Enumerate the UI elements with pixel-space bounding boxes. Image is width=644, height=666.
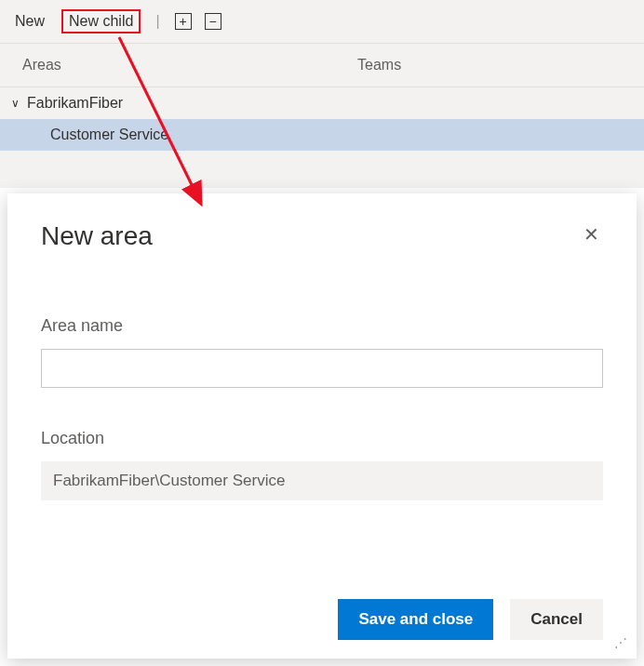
tree-node-label: Customer Service: [50, 127, 168, 143]
dialog-title: New area: [41, 221, 153, 251]
tree-node-label: FabrikamFiber: [27, 95, 123, 112]
dialog-actions: Save and close Cancel: [41, 580, 603, 640]
toolbar: New New child | + −: [0, 0, 644, 44]
close-icon[interactable]: ✕: [580, 221, 603, 247]
chevron-down-icon[interactable]: ∨: [11, 97, 20, 110]
save-and-close-button[interactable]: Save and close: [338, 599, 493, 640]
tree-root-node[interactable]: ∨ FabrikamFiber: [0, 87, 644, 119]
tab-areas[interactable]: Areas: [0, 44, 335, 87]
location-input[interactable]: [41, 461, 603, 500]
cancel-button[interactable]: Cancel: [510, 599, 603, 640]
expand-all-icon[interactable]: +: [175, 13, 192, 30]
area-name-field: Area name: [41, 316, 603, 388]
location-label: Location: [41, 429, 603, 448]
collapse-all-icon[interactable]: −: [205, 13, 221, 30]
location-field: Location: [41, 429, 603, 500]
new-area-dialog: New area ✕ Area name Location Save and c…: [7, 193, 637, 659]
resize-grip-icon[interactable]: ⋰: [614, 636, 627, 649]
tabs: Areas Teams: [0, 44, 644, 87]
area-tree: ∨ FabrikamFiber Customer Service: [0, 87, 644, 188]
dialog-header: New area ✕: [41, 221, 603, 251]
tab-teams[interactable]: Teams: [335, 44, 644, 87]
tree-child-node[interactable]: Customer Service: [0, 119, 644, 151]
new-button[interactable]: New: [11, 11, 48, 32]
area-name-input[interactable]: [41, 349, 603, 388]
toolbar-divider: |: [154, 13, 161, 30]
area-name-label: Area name: [41, 316, 603, 336]
new-child-button[interactable]: New child: [61, 9, 141, 33]
